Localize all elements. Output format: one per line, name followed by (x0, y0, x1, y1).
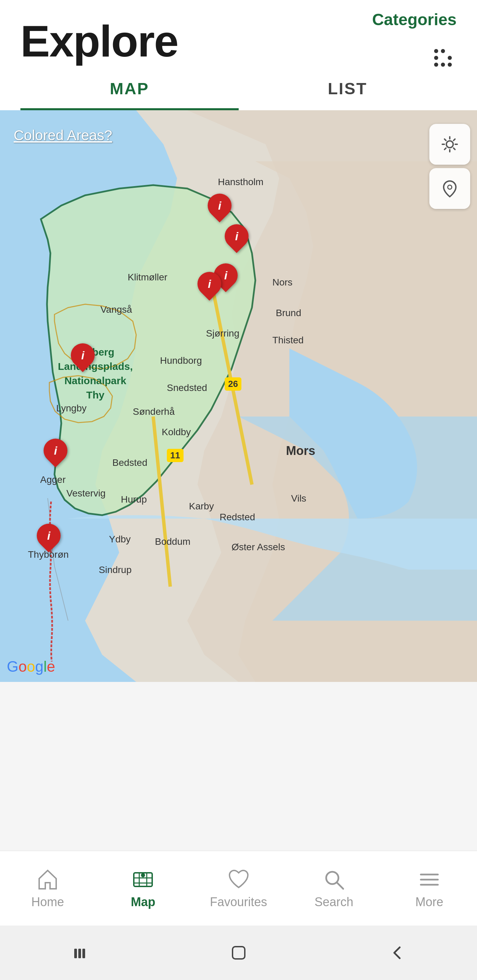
gear-icon (440, 134, 460, 154)
svg-point-6 (448, 63, 452, 67)
menu-lines-icon (69, 943, 90, 963)
more-icon (417, 868, 441, 891)
system-nav (0, 926, 477, 980)
map-svg (0, 110, 477, 682)
svg-line-13 (337, 883, 343, 889)
svg-point-8 (447, 141, 453, 148)
nav-item-favourites[interactable]: Favourites (191, 861, 286, 916)
tab-map[interactable]: MAP (21, 66, 239, 110)
sys-home-button[interactable] (222, 939, 256, 966)
nav-item-map[interactable]: Map (95, 861, 191, 916)
nav-item-home[interactable]: Home (0, 861, 95, 916)
road-badge-26: 26 (225, 377, 241, 391)
svg-point-1 (434, 56, 438, 60)
map-pin-1[interactable]: i (208, 194, 235, 226)
svg-rect-19 (82, 949, 85, 958)
map-pin-4[interactable]: i (198, 272, 225, 304)
nav-label-map: Map (131, 895, 155, 909)
svg-point-9 (448, 185, 452, 189)
back-chevron-icon (388, 943, 408, 963)
map-controls (429, 124, 470, 209)
square-icon (228, 943, 249, 963)
map-pin-7[interactable]: i (37, 524, 64, 556)
svg-rect-18 (78, 949, 81, 958)
svg-point-2 (434, 63, 438, 67)
header: Categories Explore (0, 0, 477, 66)
tab-list[interactable]: LIST (239, 66, 457, 110)
home-icon (36, 868, 60, 891)
road-badge-11: 11 (167, 449, 183, 462)
svg-point-3 (441, 49, 445, 53)
google-logo: Google (7, 658, 55, 675)
heart-icon (227, 868, 250, 891)
search-icon (322, 868, 346, 891)
bottom-nav: Home Map Favourites Search (0, 851, 477, 926)
filter-icon[interactable] (429, 44, 456, 72)
colored-areas-link[interactable]: Colored Areas? (14, 127, 112, 143)
sys-menu-button[interactable] (63, 939, 97, 966)
nav-label-favourites: Favourites (210, 895, 267, 909)
map-pin-6[interactable]: i (43, 439, 71, 471)
map-nav-icon (131, 868, 155, 891)
svg-point-5 (441, 63, 445, 67)
svg-point-4 (448, 56, 452, 60)
nav-item-more[interactable]: More (382, 861, 477, 916)
svg-rect-20 (233, 947, 245, 959)
svg-point-0 (434, 49, 438, 53)
categories-link[interactable]: Categories (372, 10, 456, 29)
map-container[interactable]: Hanstholm Klitmøller Vangså Nors Brund T… (0, 110, 477, 682)
tabs: MAP LIST (0, 66, 477, 110)
settings-button[interactable] (429, 124, 470, 165)
nav-label-more: More (415, 895, 443, 909)
sys-back-button[interactable] (381, 939, 415, 966)
svg-rect-17 (74, 949, 77, 958)
location-button[interactable] (429, 168, 470, 209)
nav-item-search[interactable]: Search (286, 861, 382, 916)
map-pin-2[interactable]: i (225, 224, 252, 256)
nav-label-home: Home (31, 895, 64, 909)
map-pin-5[interactable]: i (71, 343, 98, 375)
nav-label-search: Search (314, 895, 353, 909)
location-icon (440, 178, 460, 199)
